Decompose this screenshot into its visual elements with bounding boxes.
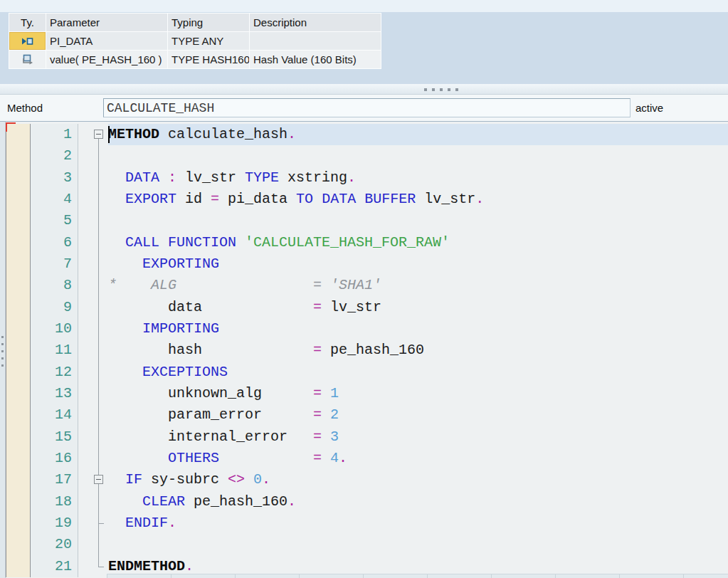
code-token	[322, 406, 330, 423]
method-name-input[interactable]	[103, 98, 631, 117]
code-line-text[interactable]: EXPORT id = pi_data TO DATA BUFFER lv_st…	[108, 189, 728, 210]
fold-guide-line	[98, 167, 99, 189]
fold-guide-line	[98, 318, 99, 340]
code-line: 3 DATA : lv_str TYPE xstring.	[6, 167, 728, 189]
breakpoint-margin[interactable]	[6, 189, 31, 210]
code-line-text[interactable]: OTHERS = 4.	[108, 448, 728, 469]
breakpoint-margin[interactable]	[6, 275, 31, 296]
code-token	[108, 364, 142, 380]
breakpoint-margin[interactable]	[6, 513, 31, 534]
line-number: 13	[31, 383, 78, 404]
fold-margin	[78, 297, 108, 318]
code-line: 5	[6, 210, 728, 231]
method-bar: Method active	[0, 95, 728, 122]
breakpoint-margin[interactable]	[6, 318, 31, 340]
line-number: 11	[31, 340, 78, 361]
parameter-typing-cell[interactable]: TYPE ANY	[168, 32, 249, 50]
parameter-type-cell[interactable]	[9, 32, 46, 50]
parameter-type-cell[interactable]	[9, 51, 46, 68]
breakpoint-margin[interactable]	[6, 491, 31, 513]
code-line-text[interactable]: METHOD calculate_hash.	[108, 124, 728, 145]
fold-margin	[78, 145, 108, 167]
line-number: 4	[31, 189, 78, 210]
code-token: lv_str	[176, 169, 245, 186]
splitter-grip-icon[interactable]	[424, 88, 458, 91]
vertical-splitter-grip-icon[interactable]	[1, 336, 4, 367]
code-token: * ALG = 'SHA1'	[108, 277, 381, 293]
fold-collapse-icon[interactable]	[94, 475, 103, 484]
code-line-text[interactable]: unknown_alg = 1	[108, 383, 728, 404]
parameter-description-cell[interactable]	[250, 32, 381, 50]
vertical-splitter[interactable]	[0, 122, 6, 578]
breakpoint-margin[interactable]	[6, 297, 31, 318]
breakpoint-margin[interactable]	[6, 340, 31, 361]
fold-margin	[78, 448, 108, 469]
fold-margin	[78, 534, 108, 555]
line-number: 7	[31, 253, 78, 275]
code-line-text[interactable]: param_error = 2	[108, 404, 728, 426]
column-header-typing[interactable]: Typing	[168, 14, 249, 31]
code-token: .	[347, 169, 356, 186]
code-line-text[interactable]: internal_error = 3	[108, 426, 728, 448]
code-line-text[interactable]: EXCEPTIONS	[108, 362, 728, 383]
code-line-text[interactable]: * ALG = 'SHA1'	[108, 275, 728, 296]
abap-code-editor[interactable]: 1METHOD calculate_hash.23 DATA : lv_str …	[0, 122, 728, 578]
fold-guide-line	[98, 404, 99, 426]
code-line-text[interactable]: hash = pe_hash_160	[108, 340, 728, 361]
breakpoint-margin[interactable]	[6, 426, 31, 448]
code-token: param_error	[108, 406, 313, 423]
breakpoint-margin[interactable]	[6, 556, 31, 577]
fold-margin	[78, 167, 108, 189]
breakpoint-margin[interactable]	[6, 469, 31, 490]
breakpoint-margin[interactable]	[6, 383, 31, 404]
code-line-text[interactable]: IF sy-subrc <> 0.	[108, 469, 728, 490]
code-line-text[interactable]: ENDIF.	[108, 513, 728, 534]
fold-collapse-icon[interactable]	[94, 130, 103, 139]
code-token: FUNCTION	[168, 234, 236, 251]
horizontal-splitter[interactable]	[0, 84, 728, 95]
code-token	[108, 191, 125, 207]
breakpoint-margin[interactable]	[6, 232, 31, 253]
text-caret	[108, 126, 110, 143]
fold-guide-line	[98, 556, 99, 567]
code-token	[356, 191, 364, 207]
breakpoint-margin[interactable]	[6, 534, 31, 555]
code-token: =	[313, 429, 322, 445]
code-line-text[interactable]: CALL FUNCTION 'CALCULATE_HASH_FOR_RAW'	[108, 232, 728, 253]
code-line-text[interactable]: CLEAR pe_hash_160.	[108, 491, 728, 513]
fold-end-tick	[98, 523, 104, 524]
code-line-text[interactable]	[108, 210, 728, 231]
breakpoint-margin[interactable]	[6, 210, 31, 231]
breakpoint-margin[interactable]	[6, 253, 31, 275]
code-token	[219, 450, 313, 466]
code-token: .	[475, 191, 484, 207]
code-line-text[interactable]: IMPORTING	[108, 318, 728, 340]
parameter-parameter-cell[interactable]: value( PE_HASH_160 )	[46, 51, 167, 68]
column-header-description[interactable]: Description	[250, 14, 381, 31]
code-line-text[interactable]: EXPORTING	[108, 253, 728, 275]
parameter-parameter-cell[interactable]: PI_DATA	[46, 32, 167, 50]
column-header-ty[interactable]: Ty.	[9, 14, 46, 31]
code-token: .	[262, 471, 270, 488]
code-line: 14 param_error = 2	[6, 404, 728, 426]
code-line: 15 internal_error = 3	[6, 426, 728, 448]
parameter-typing-cell[interactable]: TYPE HASH160	[168, 51, 249, 68]
line-number: 5	[31, 210, 78, 231]
column-header-parameter[interactable]: Parameter	[46, 14, 167, 31]
line-number: 21	[31, 556, 78, 577]
code-line-text[interactable]	[108, 534, 728, 555]
code-line-text[interactable]	[108, 145, 728, 167]
breakpoint-margin[interactable]	[6, 448, 31, 469]
code-line: 2	[6, 145, 728, 167]
code-line-text[interactable]: DATA : lv_str TYPE xstring.	[108, 167, 728, 189]
code-line-text[interactable]: data = lv_str	[108, 297, 728, 318]
breakpoint-margin[interactable]	[6, 404, 31, 426]
breakpoint-margin[interactable]	[6, 167, 31, 189]
fold-guide-line	[98, 253, 99, 275]
breakpoint-margin[interactable]	[6, 362, 31, 383]
parameter-description-cell[interactable]: Hash Value (160 Bits)	[250, 51, 381, 68]
breakpoint-margin[interactable]	[6, 145, 31, 167]
code-token: 2	[330, 406, 339, 423]
line-number: 9	[31, 297, 78, 318]
fold-margin	[78, 340, 108, 361]
